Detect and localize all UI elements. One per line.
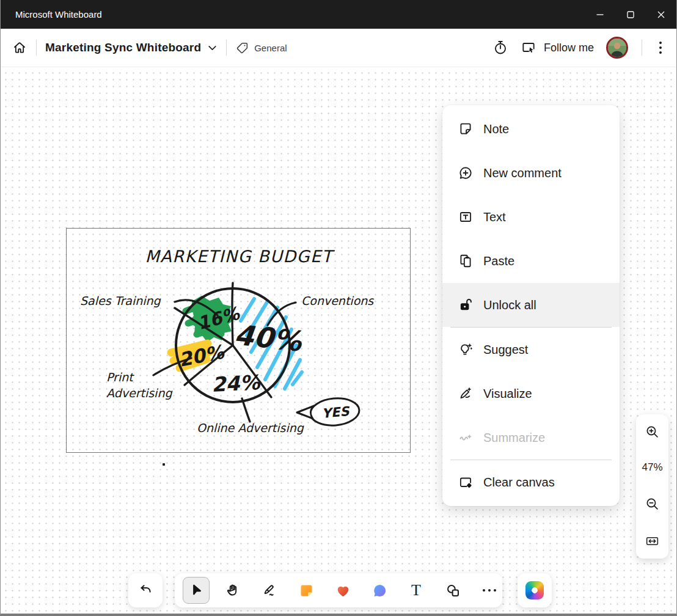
shapes-icon bbox=[445, 582, 461, 599]
menu-item-label: Note bbox=[483, 122, 509, 136]
summarize-icon bbox=[457, 430, 474, 446]
present-cursor-icon bbox=[521, 40, 536, 56]
drawing-title: MARKETING BUDGET bbox=[145, 247, 335, 266]
menu-item-label: Paste bbox=[483, 254, 514, 268]
pct-40: 40% bbox=[233, 318, 304, 358]
label-conventions: Conventions bbox=[301, 294, 374, 307]
header: Marketing Sync Whiteboard General bbox=[1, 29, 676, 67]
follow-me-button[interactable]: Follow me bbox=[521, 40, 594, 56]
menu-item-text[interactable]: Text bbox=[442, 195, 620, 239]
whiteboard-drawing[interactable]: MARKETING BUDGET Sales Training Conventi… bbox=[66, 228, 411, 453]
zoom-panel: 47% bbox=[636, 414, 668, 559]
menu-item-suggest[interactable]: Suggest bbox=[442, 328, 620, 372]
menu-item-label: Visualize bbox=[483, 387, 532, 401]
main-toolbar: T bbox=[175, 573, 502, 607]
text-t-icon: T bbox=[411, 582, 421, 598]
minimize-button[interactable] bbox=[585, 0, 615, 29]
menu-item-new-comment[interactable]: New comment bbox=[442, 151, 620, 195]
menu-item-unlock-all[interactable]: Unlock all bbox=[442, 283, 620, 327]
timer-icon[interactable] bbox=[492, 40, 508, 56]
follow-me-label: Follow me bbox=[544, 42, 594, 54]
label-online: Online Advertising bbox=[197, 421, 304, 435]
tool-shapes[interactable] bbox=[439, 577, 466, 604]
pen-icon bbox=[262, 582, 277, 598]
copilot-button[interactable] bbox=[518, 573, 552, 607]
board-title[interactable]: Marketing Sync Whiteboard bbox=[45, 41, 201, 54]
menu-item-clear-canvas[interactable]: Clear canvas bbox=[442, 460, 620, 504]
ellipsis-icon bbox=[483, 589, 496, 592]
zoom-in-icon[interactable] bbox=[645, 424, 660, 439]
undo-button[interactable] bbox=[128, 573, 163, 607]
context-menu: Note New comment Text Paste bbox=[442, 105, 620, 506]
unlock-icon bbox=[457, 297, 474, 313]
window-title: Microsoft Whiteboard bbox=[1, 9, 102, 20]
paste-icon bbox=[457, 253, 474, 269]
tag-icon bbox=[235, 41, 249, 55]
select-cursor-icon bbox=[188, 582, 204, 598]
clear-canvas-icon bbox=[457, 474, 474, 490]
hand-icon bbox=[225, 582, 241, 598]
tag-label: General bbox=[254, 43, 287, 53]
tool-comment[interactable] bbox=[366, 577, 393, 604]
tool-ink[interactable] bbox=[256, 577, 283, 604]
menu-item-label: New comment bbox=[483, 166, 562, 180]
pct-24: 24% bbox=[211, 370, 262, 397]
close-button[interactable] bbox=[646, 0, 676, 29]
header-divider3 bbox=[642, 40, 642, 56]
whiteboard-canvas[interactable]: MARKETING BUDGET Sales Training Conventi… bbox=[1, 67, 676, 614]
menu-item-label: Unlock all bbox=[483, 298, 536, 312]
tool-reaction[interactable] bbox=[329, 577, 356, 604]
menu-item-paste[interactable]: Paste bbox=[442, 239, 620, 283]
zoom-level: 47% bbox=[642, 461, 662, 474]
menu-item-visualize[interactable]: Visualize bbox=[442, 372, 620, 416]
home-icon[interactable] bbox=[12, 40, 27, 56]
header-divider2 bbox=[226, 40, 227, 56]
visualize-pen-icon bbox=[457, 386, 474, 402]
zoom-out-icon[interactable] bbox=[645, 496, 660, 512]
heart-icon bbox=[335, 582, 351, 599]
new-comment-icon bbox=[457, 165, 474, 181]
stray-ink-dot[interactable] bbox=[163, 463, 165, 466]
suggest-bulb-icon bbox=[457, 342, 474, 358]
avatar[interactable] bbox=[606, 37, 628, 59]
label-print-1: Print bbox=[106, 370, 134, 384]
tool-pan[interactable] bbox=[219, 577, 246, 604]
sticky-note-icon bbox=[298, 582, 315, 599]
menu-item-label: Text bbox=[483, 210, 506, 224]
menu-item-summarize[interactable]: Summarize bbox=[442, 416, 620, 460]
label-print-2: Advertising bbox=[106, 386, 172, 400]
tool-sticky-note[interactable] bbox=[293, 577, 320, 604]
note-icon bbox=[457, 121, 474, 137]
tool-select[interactable] bbox=[183, 577, 210, 604]
tool-more[interactable] bbox=[476, 577, 503, 604]
maximize-button[interactable] bbox=[615, 0, 646, 29]
yes-text: YES bbox=[321, 404, 351, 421]
tool-text[interactable]: T bbox=[403, 577, 430, 604]
pct-20: 20% bbox=[177, 340, 227, 371]
chevron-down-icon[interactable] bbox=[207, 43, 218, 53]
tag-button[interactable]: General bbox=[235, 41, 287, 55]
text-icon bbox=[457, 209, 474, 225]
menu-item-label: Clear canvas bbox=[483, 475, 555, 490]
kebab-menu-icon[interactable] bbox=[656, 39, 665, 56]
titlebar: Microsoft Whiteboard bbox=[1, 0, 676, 29]
copilot-icon bbox=[525, 581, 544, 600]
chat-bubble-icon bbox=[371, 582, 388, 599]
menu-item-label: Summarize bbox=[483, 431, 545, 445]
fit-width-icon[interactable] bbox=[645, 534, 660, 549]
label-sales-training: Sales Training bbox=[80, 294, 161, 307]
app-window: Microsoft Whiteboard Marketing Sync Whit… bbox=[0, 0, 677, 616]
header-divider bbox=[36, 40, 37, 56]
menu-item-note[interactable]: Note bbox=[442, 107, 620, 151]
menu-item-label: Suggest bbox=[483, 343, 528, 357]
